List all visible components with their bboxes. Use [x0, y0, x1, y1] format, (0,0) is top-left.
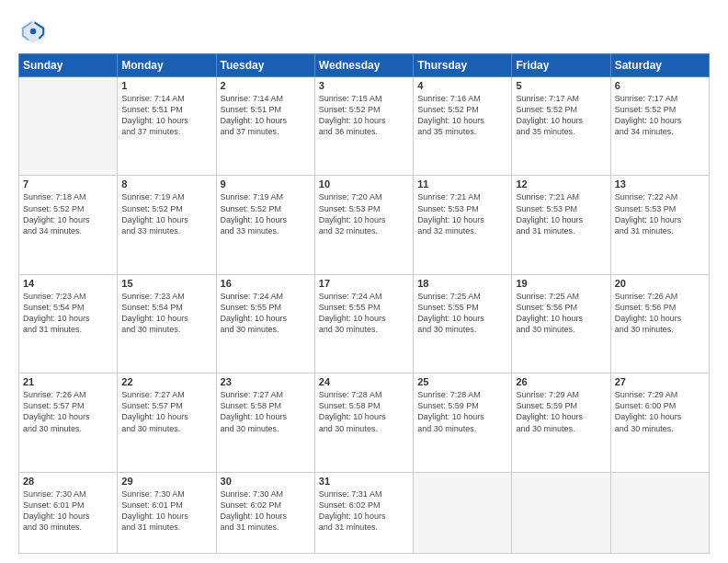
calendar-cell: 25Sunrise: 7:28 AM Sunset: 5:59 PM Dayli… [414, 373, 512, 472]
day-number: 31 [319, 476, 409, 487]
day-info: Sunrise: 7:23 AM Sunset: 5:54 PM Dayligh… [121, 291, 211, 336]
day-number: 21 [23, 376, 113, 387]
day-number: 22 [121, 376, 211, 387]
day-number: 28 [23, 476, 113, 487]
calendar-cell: 31Sunrise: 7:31 AM Sunset: 6:02 PM Dayli… [314, 472, 413, 554]
day-info: Sunrise: 7:30 AM Sunset: 6:01 PM Dayligh… [121, 488, 211, 534]
day-info: Sunrise: 7:19 AM Sunset: 5:52 PM Dayligh… [121, 191, 211, 236]
calendar-cell [610, 472, 709, 554]
day-info: Sunrise: 7:21 AM Sunset: 5:53 PM Dayligh… [516, 191, 606, 236]
calendar-cell: 13Sunrise: 7:22 AM Sunset: 5:53 PM Dayli… [610, 176, 709, 274]
calendar-cell: 10Sunrise: 7:20 AM Sunset: 5:53 PM Dayli… [314, 176, 413, 274]
day-number: 25 [417, 376, 507, 387]
weekday-header: Sunday [19, 54, 118, 77]
day-info: Sunrise: 7:27 AM Sunset: 5:57 PM Dayligh… [121, 389, 211, 434]
day-info: Sunrise: 7:20 AM Sunset: 5:53 PM Dayligh… [319, 191, 409, 236]
calendar-cell: 22Sunrise: 7:27 AM Sunset: 5:57 PM Dayli… [118, 373, 216, 472]
calendar-week-row: 1Sunrise: 7:14 AM Sunset: 5:51 PM Daylig… [19, 77, 710, 176]
calendar-week-row: 21Sunrise: 7:26 AM Sunset: 5:57 PM Dayli… [19, 373, 710, 472]
day-number: 1 [121, 80, 211, 91]
calendar-cell: 11Sunrise: 7:21 AM Sunset: 5:53 PM Dayli… [414, 176, 512, 274]
day-number: 8 [121, 178, 211, 190]
day-number: 4 [417, 80, 507, 91]
day-info: Sunrise: 7:17 AM Sunset: 5:52 PM Dayligh… [615, 93, 705, 138]
calendar-cell: 24Sunrise: 7:28 AM Sunset: 5:58 PM Dayli… [314, 373, 413, 472]
day-number: 3 [319, 80, 409, 91]
weekday-header: Friday [512, 54, 610, 77]
day-number: 2 [221, 80, 311, 91]
calendar-cell: 3Sunrise: 7:15 AM Sunset: 5:52 PM Daylig… [314, 77, 413, 176]
day-info: Sunrise: 7:22 AM Sunset: 5:53 PM Dayligh… [615, 191, 705, 236]
day-number: 12 [516, 178, 606, 190]
calendar-cell: 12Sunrise: 7:21 AM Sunset: 5:53 PM Dayli… [512, 176, 610, 274]
weekday-header: Wednesday [314, 54, 413, 77]
logo-icon [18, 17, 48, 46]
day-number: 24 [319, 376, 409, 387]
day-info: Sunrise: 7:24 AM Sunset: 5:55 PM Dayligh… [221, 291, 311, 336]
calendar-cell: 6Sunrise: 7:17 AM Sunset: 5:52 PM Daylig… [610, 77, 709, 176]
day-number: 15 [121, 278, 211, 289]
day-info: Sunrise: 7:29 AM Sunset: 6:00 PM Dayligh… [615, 389, 705, 434]
day-number: 13 [615, 178, 705, 190]
calendar-cell: 16Sunrise: 7:24 AM Sunset: 5:55 PM Dayli… [216, 274, 314, 373]
day-number: 14 [23, 278, 113, 289]
day-info: Sunrise: 7:30 AM Sunset: 6:02 PM Dayligh… [221, 488, 311, 534]
weekday-header-row: SundayMondayTuesdayWednesdayThursdayFrid… [19, 54, 710, 77]
day-number: 9 [221, 178, 311, 190]
calendar-cell: 5Sunrise: 7:17 AM Sunset: 5:52 PM Daylig… [512, 77, 610, 176]
day-number: 6 [615, 80, 705, 91]
calendar-cell: 8Sunrise: 7:19 AM Sunset: 5:52 PM Daylig… [118, 176, 216, 274]
weekday-header: Thursday [414, 54, 512, 77]
day-info: Sunrise: 7:26 AM Sunset: 5:57 PM Dayligh… [23, 389, 113, 434]
page: SundayMondayTuesdayWednesdayThursdayFrid… [0, 0, 728, 563]
day-info: Sunrise: 7:26 AM Sunset: 5:56 PM Dayligh… [615, 291, 705, 336]
day-info: Sunrise: 7:31 AM Sunset: 6:02 PM Dayligh… [319, 488, 409, 534]
day-number: 23 [221, 376, 311, 387]
calendar-week-row: 14Sunrise: 7:23 AM Sunset: 5:54 PM Dayli… [19, 274, 710, 373]
calendar-table: SundayMondayTuesdayWednesdayThursdayFrid… [18, 53, 710, 554]
calendar-cell [414, 472, 512, 554]
calendar-cell: 15Sunrise: 7:23 AM Sunset: 5:54 PM Dayli… [118, 274, 216, 373]
day-number: 20 [615, 278, 705, 289]
weekday-header: Tuesday [216, 54, 314, 77]
day-number: 29 [121, 476, 211, 487]
calendar-cell: 7Sunrise: 7:18 AM Sunset: 5:52 PM Daylig… [19, 176, 118, 274]
calendar-cell: 20Sunrise: 7:26 AM Sunset: 5:56 PM Dayli… [610, 274, 709, 373]
day-number: 30 [221, 476, 311, 487]
calendar-cell: 23Sunrise: 7:27 AM Sunset: 5:58 PM Dayli… [216, 373, 314, 472]
day-info: Sunrise: 7:23 AM Sunset: 5:54 PM Dayligh… [23, 291, 113, 336]
day-info: Sunrise: 7:17 AM Sunset: 5:52 PM Dayligh… [516, 93, 606, 138]
weekday-header: Monday [118, 54, 216, 77]
header [18, 17, 710, 46]
day-info: Sunrise: 7:29 AM Sunset: 5:59 PM Dayligh… [516, 389, 606, 434]
calendar-week-row: 7Sunrise: 7:18 AM Sunset: 5:52 PM Daylig… [19, 176, 710, 274]
calendar-cell: 14Sunrise: 7:23 AM Sunset: 5:54 PM Dayli… [19, 274, 118, 373]
day-info: Sunrise: 7:19 AM Sunset: 5:52 PM Dayligh… [221, 191, 311, 236]
calendar-cell: 27Sunrise: 7:29 AM Sunset: 6:00 PM Dayli… [610, 373, 709, 472]
calendar-cell: 9Sunrise: 7:19 AM Sunset: 5:52 PM Daylig… [216, 176, 314, 274]
day-number: 16 [221, 278, 311, 289]
day-info: Sunrise: 7:28 AM Sunset: 5:58 PM Dayligh… [319, 389, 409, 434]
day-number: 19 [516, 278, 606, 289]
calendar-cell: 26Sunrise: 7:29 AM Sunset: 5:59 PM Dayli… [512, 373, 610, 472]
day-number: 10 [319, 178, 409, 190]
day-number: 18 [417, 278, 507, 289]
day-info: Sunrise: 7:15 AM Sunset: 5:52 PM Dayligh… [319, 93, 409, 138]
day-info: Sunrise: 7:30 AM Sunset: 6:01 PM Dayligh… [23, 488, 113, 534]
svg-point-1 [30, 29, 36, 34]
day-info: Sunrise: 7:27 AM Sunset: 5:58 PM Dayligh… [221, 389, 311, 434]
day-info: Sunrise: 7:25 AM Sunset: 5:55 PM Dayligh… [417, 291, 507, 336]
calendar-cell: 2Sunrise: 7:14 AM Sunset: 5:51 PM Daylig… [216, 77, 314, 176]
calendar-cell: 1Sunrise: 7:14 AM Sunset: 5:51 PM Daylig… [118, 77, 216, 176]
calendar-cell: 28Sunrise: 7:30 AM Sunset: 6:01 PM Dayli… [19, 472, 118, 554]
day-info: Sunrise: 7:14 AM Sunset: 5:51 PM Dayligh… [221, 93, 311, 138]
calendar-cell [512, 472, 610, 554]
calendar-cell: 17Sunrise: 7:24 AM Sunset: 5:55 PM Dayli… [314, 274, 413, 373]
day-number: 26 [516, 376, 606, 387]
calendar-cell: 29Sunrise: 7:30 AM Sunset: 6:01 PM Dayli… [118, 472, 216, 554]
day-info: Sunrise: 7:16 AM Sunset: 5:52 PM Dayligh… [417, 93, 507, 138]
calendar-cell: 4Sunrise: 7:16 AM Sunset: 5:52 PM Daylig… [414, 77, 512, 176]
day-info: Sunrise: 7:21 AM Sunset: 5:53 PM Dayligh… [417, 191, 507, 236]
day-number: 27 [615, 376, 705, 387]
day-info: Sunrise: 7:25 AM Sunset: 5:56 PM Dayligh… [516, 291, 606, 336]
